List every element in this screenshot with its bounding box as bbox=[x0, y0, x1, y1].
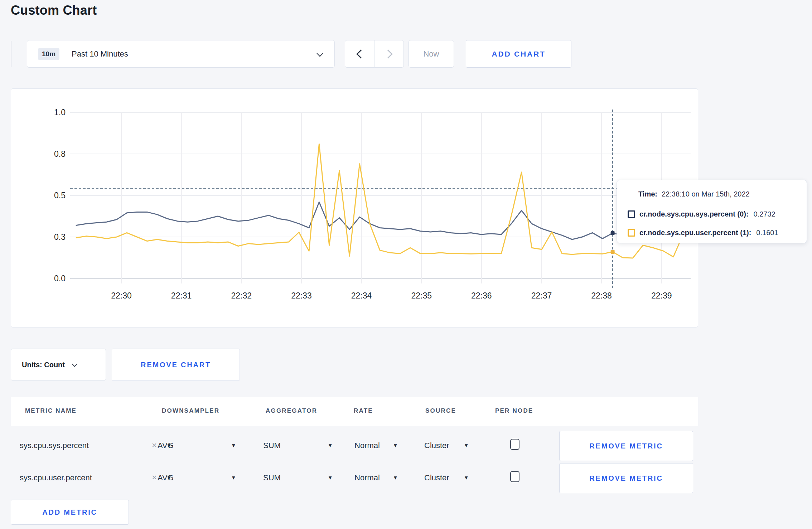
time-nav-group bbox=[345, 40, 404, 68]
y-tick-label: 0.3 bbox=[54, 232, 66, 242]
metric-name-select[interactable]: sys.cpu.user.percent bbox=[20, 473, 92, 482]
caret-down-icon[interactable]: ▾ bbox=[329, 474, 332, 481]
user-series-swatch-icon bbox=[628, 229, 635, 237]
time-range-badge: 10m bbox=[38, 48, 59, 60]
caret-down-icon[interactable]: ▾ bbox=[394, 442, 397, 449]
chart-card: 0.00.30.50.81.022:3022:3122:3222:3322:34… bbox=[11, 88, 698, 327]
caret-down-icon[interactable]: ▾ bbox=[465, 442, 468, 449]
rate-select[interactable]: Normal bbox=[354, 473, 380, 482]
header-source: SOURCE bbox=[425, 407, 456, 414]
custom-chart-page: Custom Chart 10m Past 10 Minutes Now ADD… bbox=[0, 0, 812, 529]
header-downsampler: DOWNSAMPLER bbox=[162, 407, 219, 414]
page-title: Custom Chart bbox=[11, 3, 97, 18]
time-range-select[interactable]: 10m Past 10 Minutes bbox=[27, 40, 335, 68]
metric-name-select[interactable]: sys.cpu.sys.percent bbox=[20, 441, 89, 450]
y-tick-label: 0.0 bbox=[54, 274, 66, 283]
series-line bbox=[76, 202, 683, 239]
time-back-button[interactable] bbox=[345, 40, 374, 67]
chevron-left-icon bbox=[356, 49, 365, 58]
downsampler-select[interactable]: AVG bbox=[158, 441, 174, 450]
source-select[interactable]: Cluster bbox=[424, 473, 449, 482]
x-tick-label: 22:33 bbox=[291, 291, 312, 300]
x-tick-label: 22:30 bbox=[111, 291, 132, 300]
tooltip-time-label: Time: bbox=[638, 190, 657, 198]
caret-down-icon[interactable]: ▾ bbox=[465, 474, 468, 481]
metrics-chart[interactable]: 0.00.30.50.81.022:3022:3122:3222:3322:34… bbox=[11, 89, 698, 327]
hover-marker bbox=[611, 231, 615, 235]
clear-metric-icon[interactable]: × bbox=[152, 472, 157, 482]
x-tick-label: 22:37 bbox=[531, 291, 552, 300]
series-line bbox=[76, 144, 683, 258]
chevron-right-icon bbox=[383, 49, 392, 58]
tooltip-series-row: cr.node.sys.cpu.sys.percent (0): 0.2732 bbox=[628, 209, 775, 219]
chart-tooltip: Time:22:38:10 on Mar 15th, 2022 cr.node.… bbox=[617, 180, 807, 243]
clear-metric-icon[interactable]: × bbox=[152, 440, 157, 450]
header-per-node: PER NODE bbox=[495, 407, 533, 414]
units-select[interactable]: Units: Count bbox=[11, 349, 106, 381]
source-select[interactable]: Cluster bbox=[424, 441, 449, 450]
per-node-checkbox[interactable] bbox=[510, 439, 519, 450]
chevron-down-icon bbox=[316, 50, 323, 57]
caret-down-icon[interactable]: ▾ bbox=[232, 474, 235, 481]
x-tick-label: 22:31 bbox=[171, 291, 192, 300]
header-aggregator: AGGREGATOR bbox=[266, 407, 317, 414]
add-metric-button[interactable]: ADD METRIC bbox=[11, 500, 129, 525]
tooltip-time-value: 22:38:10 on Mar 15th, 2022 bbox=[662, 190, 750, 198]
remove-metric-button[interactable]: REMOVE METRIC bbox=[559, 463, 693, 493]
toolbar-divider bbox=[11, 41, 11, 67]
x-tick-label: 22:36 bbox=[471, 291, 492, 300]
x-tick-label: 22:34 bbox=[351, 291, 372, 300]
time-range-label: Past 10 Minutes bbox=[72, 49, 128, 59]
header-metric-name: METRIC NAME bbox=[25, 407, 77, 414]
y-tick-label: 0.8 bbox=[54, 149, 66, 159]
caret-down-icon[interactable]: ▾ bbox=[232, 442, 235, 449]
per-node-checkbox[interactable] bbox=[510, 471, 519, 482]
now-button[interactable]: Now bbox=[409, 40, 454, 68]
y-tick-label: 1.0 bbox=[54, 108, 66, 117]
x-tick-label: 22:38 bbox=[591, 291, 612, 300]
tooltip-series-value: 0.1601 bbox=[756, 229, 778, 237]
x-tick-label: 22:39 bbox=[651, 291, 672, 300]
tooltip-series-value: 0.2732 bbox=[754, 210, 775, 218]
remove-chart-button[interactable]: REMOVE CHART bbox=[112, 349, 240, 381]
header-rate: RATE bbox=[354, 407, 373, 414]
downsampler-select[interactable]: AVG bbox=[158, 473, 174, 482]
remove-metric-button[interactable]: REMOVE METRIC bbox=[559, 431, 693, 461]
tooltip-series-name: cr.node.sys.cpu.user.percent (1): bbox=[639, 229, 751, 237]
metrics-table-header: METRIC NAME DOWNSAMPLER AGGREGATOR RATE … bbox=[11, 397, 698, 426]
caret-down-icon[interactable]: ▾ bbox=[329, 442, 332, 449]
sys-series-swatch-icon bbox=[628, 210, 635, 218]
rate-select[interactable]: Normal bbox=[354, 441, 380, 450]
tooltip-time: Time:22:38:10 on Mar 15th, 2022 bbox=[638, 190, 750, 198]
aggregator-select[interactable]: SUM bbox=[263, 473, 281, 482]
caret-down-icon[interactable]: ▾ bbox=[394, 474, 397, 481]
chevron-down-icon bbox=[72, 361, 78, 367]
time-forward-button[interactable] bbox=[374, 40, 403, 67]
units-label: Units: Count bbox=[22, 361, 65, 369]
metric-row: sys.cpu.user.percent × ▾ AVG ▾ SUM ▾ Nor… bbox=[0, 463, 812, 495]
x-tick-label: 22:32 bbox=[231, 291, 252, 300]
aggregator-select[interactable]: SUM bbox=[263, 441, 281, 450]
hover-marker bbox=[611, 250, 615, 254]
tooltip-series-name: cr.node.sys.cpu.sys.percent (0): bbox=[639, 210, 749, 218]
metric-row: sys.cpu.sys.percent × ▾ AVG ▾ SUM ▾ Norm… bbox=[0, 431, 812, 462]
y-tick-label: 0.5 bbox=[54, 191, 66, 200]
x-tick-label: 22:35 bbox=[411, 291, 432, 300]
tooltip-series-row: cr.node.sys.cpu.user.percent (1): 0.1601 bbox=[628, 228, 778, 237]
add-chart-button[interactable]: ADD CHART bbox=[466, 40, 571, 68]
